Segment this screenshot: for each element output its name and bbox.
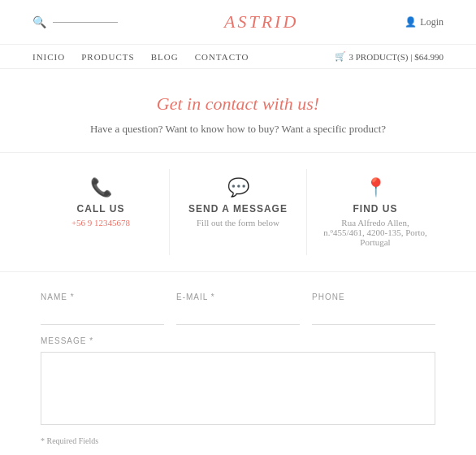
cart-label: 3 PRODUCT(S) | $64.990 <box>349 52 444 62</box>
phone-input[interactable] <box>312 305 435 325</box>
search-icon[interactable]: 🔍 <box>32 15 46 29</box>
message-group: MESSAGE * <box>41 336 435 425</box>
nav-blog[interactable]: BLOG <box>151 52 179 62</box>
login-link[interactable]: 👤 Login <box>405 16 444 28</box>
call-title: CALL US <box>49 203 153 214</box>
contact-call: 📞 CALL US +56 9 12345678 <box>32 169 169 255</box>
phone-group: PHONE <box>312 292 435 325</box>
cart-link[interactable]: 🛒 3 PRODUCT(S) | $64.990 <box>335 51 444 62</box>
message-textarea[interactable] <box>41 352 435 425</box>
find-address: Rua Alfredo Allen, n.º455/461, 4200-135,… <box>323 218 427 247</box>
find-title: FIND US <box>323 203 427 214</box>
contact-hero: Get in contact with us! Have a question?… <box>0 69 476 152</box>
message-title: SEND A MESSAGE <box>186 203 290 214</box>
location-icon: 📍 <box>323 177 427 198</box>
message-desc: Fill out the form below <box>186 218 290 228</box>
user-icon: 👤 <box>405 16 417 28</box>
contact-subtitle: Have a question? Want to know how to buy… <box>32 123 444 136</box>
name-label: NAME * <box>41 292 164 301</box>
contact-title: Get in contact with us! <box>32 93 444 115</box>
login-label: Login <box>420 16 444 28</box>
contact-message: 💬 SEND A MESSAGE Fill out the form below <box>169 169 306 255</box>
phone-label: PHONE <box>312 292 435 301</box>
email-group: E-MAIL * <box>176 292 300 325</box>
nav-products[interactable]: PRODUCTS <box>81 52 134 62</box>
phone-icon: 📞 <box>49 177 153 198</box>
contact-find: 📍 FIND US Rua Alfredo Allen, n.º455/461,… <box>306 169 444 255</box>
search-area[interactable]: 🔍 <box>32 15 118 29</box>
site-logo: ASTRID <box>118 11 405 32</box>
cart-icon: 🛒 <box>335 51 346 62</box>
main-nav: INICIO PRODUCTS BLOG CONTACTO 🛒 3 PRODUC… <box>0 45 476 69</box>
form-row-1: NAME * E-MAIL * PHONE <box>41 292 435 325</box>
name-input[interactable] <box>41 305 164 325</box>
nav-inicio[interactable]: INICIO <box>32 52 65 62</box>
form-row-2: MESSAGE * <box>41 336 435 425</box>
nav-contacto[interactable]: CONTACTO <box>195 52 249 62</box>
contact-form-section: NAME * E-MAIL * PHONE MESSAGE * * Requir… <box>0 272 476 455</box>
email-label: E-MAIL * <box>176 292 300 301</box>
email-input[interactable] <box>176 305 300 325</box>
header: 🔍 ASTRID 👤 Login <box>0 0 476 45</box>
required-note: * Required Fields <box>41 436 435 445</box>
contact-options: 📞 CALL US +56 9 12345678 💬 SEND A MESSAG… <box>0 152 476 272</box>
message-label: MESSAGE * <box>41 336 435 345</box>
message-icon: 💬 <box>186 177 290 198</box>
call-phone: +56 9 12345678 <box>49 218 153 228</box>
name-group: NAME * <box>41 292 164 325</box>
